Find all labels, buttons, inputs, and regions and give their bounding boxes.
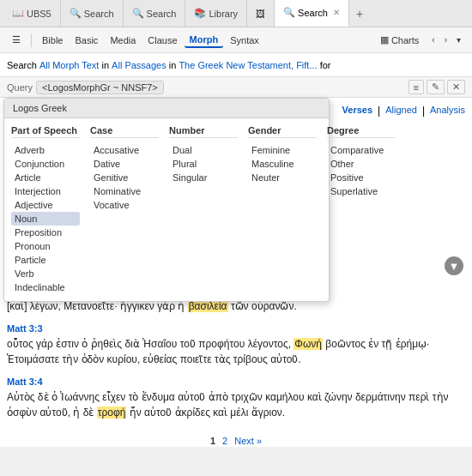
all-morph-text-link[interactable]: All Morph Text <box>39 60 100 70</box>
charts-button[interactable]: ▦ Charts <box>375 33 424 47</box>
gender-feminine[interactable]: Feminine <box>248 143 317 157</box>
toolbar: ☰ Bible Basic Media Clause Morph Syntax … <box>0 27 472 53</box>
degree-positive[interactable]: Positive <box>327 171 396 184</box>
pos-verb[interactable]: Verb <box>11 267 80 280</box>
case-nominative[interactable]: Nominative <box>90 184 159 198</box>
verses-tabs: Verses | Aligned | Analysis <box>342 105 465 117</box>
degree-header: Degree <box>327 125 396 138</box>
main-area: ▼ VERSES Verses | Aligned | Analysis + A… <box>0 98 472 447</box>
pos-indeclinable[interactable]: Indeclinable <box>11 280 80 294</box>
pos-preposition[interactable]: Preposition <box>11 226 80 239</box>
basic-button[interactable]: Basic <box>70 33 103 47</box>
page-1[interactable]: 1 <box>210 436 215 446</box>
gender-neuter[interactable]: Neuter <box>248 171 317 184</box>
syntax-button[interactable]: Syntax <box>225 33 264 47</box>
query-label: Query <box>7 82 33 93</box>
clause-button[interactable]: Clause <box>142 33 182 47</box>
charts-section: ▦ Charts ‹ › ▾ <box>375 33 465 47</box>
tab-aligned[interactable]: Aligned <box>385 105 417 117</box>
pos-conjunction[interactable]: Conjunction <box>11 157 80 171</box>
case-vocative[interactable]: Vocative <box>90 198 159 212</box>
hamburger-menu[interactable]: ☰ <box>7 33 26 47</box>
action-menu-button[interactable]: ≡ <box>408 80 424 94</box>
tab-analysis[interactable]: Analysis <box>430 105 465 117</box>
pos-interjection[interactable]: Interjection <box>11 184 80 198</box>
query-bar: Query <LogosMorphGr ~ NNSF7> ≡ ✎ ✕ <box>0 77 472 98</box>
dropdown-body: Part of Speech Adverb Conjunction Articl… <box>4 118 329 301</box>
nav-forward-button[interactable]: › <box>440 33 451 46</box>
dropdown-header: Logos Greek <box>4 99 329 118</box>
tab-verses[interactable]: Verses <box>342 105 372 117</box>
tab-close-button[interactable]: ✕ <box>333 8 340 17</box>
page-next[interactable]: Next » <box>234 436 262 446</box>
tab-image[interactable]: 🖼 <box>247 0 275 27</box>
pos-adverb[interactable]: Adverb <box>11 143 80 157</box>
tab-library[interactable]: 📚 Library <box>185 0 247 27</box>
list-item: Matt 3:4 Αὐτὸς δὲ ὁ Ἰωάννης εἶχεν τὸ ἔνδ… <box>7 376 465 420</box>
case-header: Case <box>90 125 159 138</box>
morph-button[interactable]: Morph <box>185 33 224 48</box>
charts-icon: ▦ <box>380 34 389 45</box>
pos-header: Part of Speech <box>11 125 80 138</box>
in-label2: in <box>169 60 177 70</box>
degree-superlative[interactable]: Superlative <box>327 184 396 198</box>
toolbar-separator <box>31 33 32 47</box>
nav-arrows: ‹ › ▾ <box>427 33 465 46</box>
case-dative[interactable]: Dative <box>90 157 159 171</box>
search-icon-active: 🔍 <box>283 7 295 18</box>
verse-text-matt3-4: Αὐτὸς δὲ ὁ Ἰωάννης εἶχεν τὸ ἔνδυμα αὐτοῦ… <box>7 389 465 420</box>
gender-masculine[interactable]: Masculine <box>248 157 317 171</box>
pagination: 1 2 Next » <box>7 429 465 447</box>
dropdown-col-pos: Part of Speech Adverb Conjunction Articl… <box>11 125 80 294</box>
new-tab-button[interactable]: + <box>349 7 370 21</box>
number-header: Number <box>169 125 238 138</box>
action-edit-button[interactable]: ✎ <box>427 80 445 94</box>
tab-ubs5[interactable]: 📖 UBS5 <box>3 0 61 27</box>
pos-article[interactable]: Article <box>11 171 80 184</box>
nav-back-button[interactable]: ‹ <box>427 33 439 46</box>
tab-bar: 📖 UBS5 🔍 Search 🔍 Search 📚 Library 🖼 🔍 S… <box>0 0 472 27</box>
nav-menu-button[interactable]: ▾ <box>452 33 465 46</box>
all-passages-link[interactable]: All Passages <box>112 60 166 70</box>
dropdown-col-degree: Degree Comparative Other Positive Superl… <box>327 125 396 294</box>
tab-search2[interactable]: 🔍 Search <box>124 0 186 27</box>
number-dual[interactable]: Dual <box>169 143 238 157</box>
search-prefix: Search <box>7 60 37 70</box>
action-close-button[interactable]: ✕ <box>447 80 465 94</box>
library-icon: 📚 <box>194 8 206 19</box>
in-label: in <box>101 60 109 70</box>
case-accusative[interactable]: Accusative <box>90 143 159 157</box>
highlight-phone: Φωνή <box>293 338 323 350</box>
image-icon: 🖼 <box>256 9 265 19</box>
tab-search-active[interactable]: 🔍 Search ✕ <box>275 0 349 27</box>
search-bar: Search All Morph Text in All Passages in… <box>0 53 472 77</box>
tab-search1[interactable]: 🔍 Search <box>61 0 124 27</box>
pos-pronoun[interactable]: Pronoun <box>11 239 80 253</box>
dropdown-col-gender: Gender Feminine Masculine Neuter <box>248 125 317 294</box>
number-plural[interactable]: Plural <box>169 157 238 171</box>
for-label: for <box>320 60 331 70</box>
dropdown-col-number: Number Dual Plural Singular <box>169 125 238 294</box>
number-singular[interactable]: Singular <box>169 171 238 184</box>
pos-particle[interactable]: Particle <box>11 253 80 267</box>
pos-adjective[interactable]: Adjective <box>11 198 80 212</box>
pos-noun[interactable]: Noun <box>11 212 80 226</box>
resource-link[interactable]: The Greek New Testament, Fift... <box>179 60 317 70</box>
more-button[interactable]: ▼ <box>445 256 463 275</box>
search-icon2: 🔍 <box>132 8 144 19</box>
verse-ref-matt3-4[interactable]: Matt 3:4 <box>7 377 43 387</box>
tab-sep2: | <box>422 105 425 117</box>
degree-other[interactable]: Other <box>327 157 396 171</box>
highlight-trophe: τροφή <box>97 407 127 419</box>
media-button[interactable]: Media <box>105 33 141 47</box>
search-icon: 🔍 <box>70 8 82 19</box>
verse-ref-matt3-3[interactable]: Matt 3:3 <box>7 323 43 334</box>
gender-header: Gender <box>248 125 317 138</box>
bible-button[interactable]: Bible <box>37 33 68 47</box>
dropdown-col-case: Case Accusative Dative Genitive Nominati… <box>90 125 159 294</box>
query-value[interactable]: <LogosMorphGr ~ NNSF7> <box>36 81 164 94</box>
page-2[interactable]: 2 <box>222 436 227 446</box>
case-genitive[interactable]: Genitive <box>90 171 159 184</box>
degree-comparative[interactable]: Comparative <box>327 143 396 157</box>
book-icon: 📖 <box>12 8 24 19</box>
